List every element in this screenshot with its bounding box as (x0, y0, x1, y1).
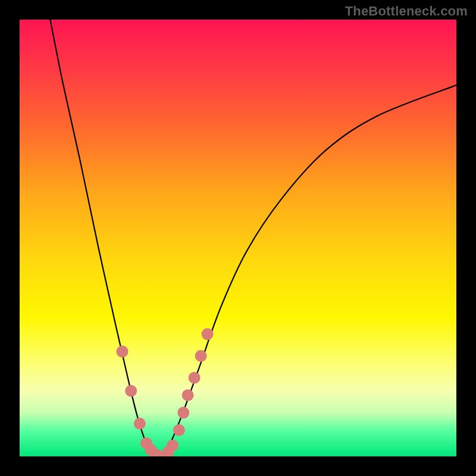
watermark-text: TheBottleneck.com (345, 4, 468, 19)
chart-frame: TheBottleneck.com (0, 0, 476, 476)
plot-gradient-background (20, 20, 456, 456)
